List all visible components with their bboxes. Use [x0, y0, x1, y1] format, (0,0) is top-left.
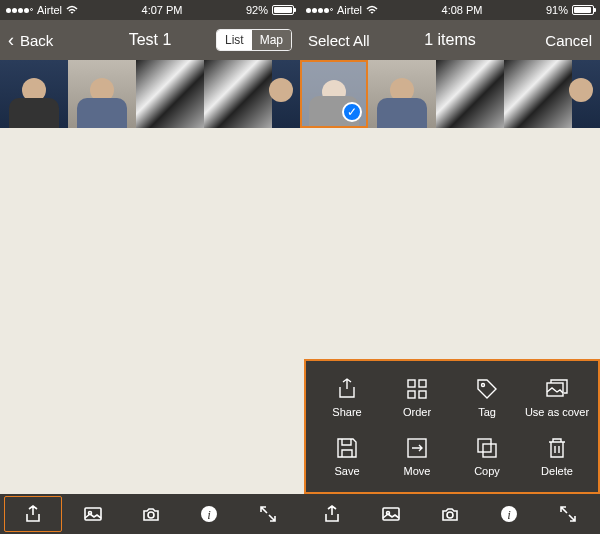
left-pane: Airtel 4:07 PM 92% ‹ Back Test 1 List Ma…	[0, 0, 300, 534]
action-copy[interactable]: Copy	[452, 427, 522, 487]
svg-rect-6	[419, 380, 426, 387]
thumbnail-selected[interactable]: ✓	[300, 60, 368, 128]
thumbnail[interactable]	[0, 60, 68, 128]
expand-button[interactable]	[539, 496, 596, 532]
page-title: Test 1	[103, 31, 198, 49]
carrier-label: Airtel	[37, 4, 62, 16]
thumbnail[interactable]	[204, 60, 272, 128]
share-icon	[334, 376, 360, 402]
camera-icon	[440, 504, 460, 524]
gallery-button[interactable]	[64, 496, 120, 532]
svg-text:i: i	[507, 507, 511, 522]
svg-point-9	[482, 383, 485, 386]
tag-icon	[474, 376, 500, 402]
trash-icon	[544, 435, 570, 461]
battery-icon	[272, 5, 294, 15]
thumbnail[interactable]	[272, 60, 300, 128]
expand-button[interactable]	[240, 496, 296, 532]
seg-list[interactable]: List	[217, 30, 252, 50]
action-save[interactable]: Save	[312, 427, 382, 487]
bottom-toolbar-right: i	[300, 494, 600, 534]
move-icon	[404, 435, 430, 461]
selection-count: 1 items	[403, 31, 498, 49]
thumbnail-strip-left	[0, 60, 300, 128]
svg-rect-8	[419, 391, 426, 398]
carrier-label: Airtel	[337, 4, 362, 16]
action-move[interactable]: Move	[382, 427, 452, 487]
gallery-button[interactable]	[363, 496, 420, 532]
select-all-button[interactable]: Select All	[308, 32, 403, 49]
clock-label: 4:07 PM	[142, 4, 183, 16]
thumbnail[interactable]	[504, 60, 572, 128]
svg-rect-14	[383, 508, 399, 520]
svg-rect-13	[483, 444, 496, 457]
info-button[interactable]: i	[480, 496, 537, 532]
battery-pct: 92%	[246, 4, 268, 16]
share-button[interactable]	[304, 496, 361, 532]
grid-icon	[404, 376, 430, 402]
expand-icon	[258, 504, 278, 524]
svg-point-2	[148, 512, 154, 518]
action-use-as-cover[interactable]: Use as cover	[522, 367, 592, 427]
battery-pct: 91%	[546, 4, 568, 16]
checkmark-icon: ✓	[342, 102, 362, 122]
nav-bar-right: Select All 1 items Cancel	[300, 20, 600, 60]
wifi-icon	[66, 5, 78, 15]
svg-rect-12	[478, 439, 491, 452]
select-all-label: Select All	[308, 32, 370, 49]
status-bar-right: Airtel 4:08 PM 91%	[300, 0, 600, 20]
info-icon: i	[199, 504, 219, 524]
image-icon	[381, 504, 401, 524]
images-icon	[544, 376, 570, 402]
svg-point-16	[447, 512, 453, 518]
seg-map[interactable]: Map	[252, 30, 291, 50]
svg-rect-5	[408, 380, 415, 387]
share-button[interactable]	[4, 496, 62, 532]
camera-button[interactable]	[422, 496, 479, 532]
thumbnail[interactable]	[136, 60, 204, 128]
svg-rect-0	[85, 508, 101, 520]
view-toggle[interactable]: List Map	[216, 29, 292, 51]
thumbnail-strip-right: ✓	[300, 60, 600, 128]
cancel-button[interactable]: Cancel	[497, 32, 592, 49]
nav-bar-left: ‹ Back Test 1 List Map	[0, 20, 300, 60]
share-icon	[322, 504, 342, 524]
battery-icon	[572, 5, 594, 15]
thumbnail[interactable]	[436, 60, 504, 128]
svg-text:i: i	[208, 507, 212, 522]
action-share[interactable]: Share	[312, 367, 382, 427]
status-bar-left: Airtel 4:07 PM 92%	[0, 0, 300, 20]
thumbnail[interactable]	[68, 60, 136, 128]
svg-rect-7	[408, 391, 415, 398]
action-tag[interactable]: Tag	[452, 367, 522, 427]
save-icon	[334, 435, 360, 461]
thumbnail[interactable]	[572, 60, 600, 128]
wifi-icon	[366, 5, 378, 15]
copy-icon	[474, 435, 500, 461]
info-button[interactable]: i	[181, 496, 237, 532]
image-icon	[83, 504, 103, 524]
right-pane: Airtel 4:08 PM 91% Select All 1 items Ca…	[300, 0, 600, 534]
back-button[interactable]: ‹ Back	[8, 30, 103, 51]
thumbnail[interactable]	[368, 60, 436, 128]
back-label: Back	[20, 32, 53, 49]
action-order[interactable]: Order	[382, 367, 452, 427]
chevron-left-icon: ‹	[8, 30, 14, 51]
cancel-label: Cancel	[545, 32, 592, 49]
content-area-left	[0, 128, 300, 494]
action-delete[interactable]: Delete	[522, 427, 592, 487]
camera-button[interactable]	[123, 496, 179, 532]
action-panel: Share Order Tag Use as cover Save Move C…	[304, 359, 600, 494]
expand-icon	[558, 504, 578, 524]
info-icon: i	[499, 504, 519, 524]
share-icon	[23, 504, 43, 524]
bottom-toolbar-left: i	[0, 494, 300, 534]
camera-icon	[141, 504, 161, 524]
clock-label: 4:08 PM	[442, 4, 483, 16]
